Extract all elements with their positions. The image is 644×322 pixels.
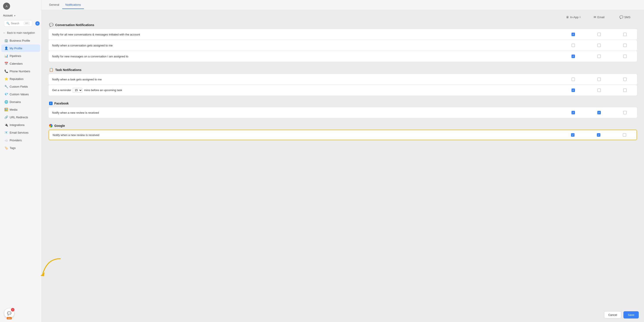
sidebar-item-label: Custom Fields [10,85,28,88]
checkboxes-conv-1 [566,33,634,36]
reputation-icon: ⭐ [4,77,8,80]
sms-cell-conv-1 [617,33,632,36]
sms-checkbox-task-2[interactable] [623,88,627,92]
email-cell-fb-1 [592,111,607,114]
sms-checkbox-conv-3[interactable] [623,54,627,58]
inapp-checkbox-conv-2[interactable] [572,44,575,47]
search-label: Search [11,22,19,25]
sidebar-item-integrations[interactable]: 🔌 Integrations [1,121,40,128]
back-navigation[interactable]: ← Back to main navigation [0,29,42,36]
sms-cell-conv-2 [617,44,632,47]
inapp-cell-fb-1 [566,111,581,114]
sms-checkbox-conv-2[interactable] [623,44,627,47]
providers-icon: ☁️ [4,138,8,142]
notif-row-task-2: Get a reminder 153060 mins before an upc… [49,85,637,96]
sidebar-item-pipelines[interactable]: 📊 Pipelines [1,52,40,60]
section-title-conversation: Conversation Notifications [55,23,94,27]
inapp-checkbox-google-1[interactable] [571,133,574,137]
add-button[interactable]: + [35,21,40,26]
sms-checkbox-fb-1[interactable] [623,111,627,114]
sidebar-item-url-redirects[interactable]: 🔗 URL Redirects [1,114,40,121]
sidebar-item-reputation[interactable]: ⭐ Reputation [1,75,40,82]
sidebar-item-media[interactable]: 🖼️ Media [1,106,40,113]
sidebar-item-label: Tags [10,146,16,150]
sms-cell-task-1 [617,78,632,81]
conversation-icon: 💬 [49,23,54,27]
inapp-checkbox-conv-1[interactable] [572,33,575,36]
inapp-checkbox-task-1[interactable] [572,78,575,81]
tags-icon: 🏷️ [4,146,8,150]
save-button[interactable]: Save [624,311,639,318]
sidebar-item-tags[interactable]: 🏷️ Tags [1,144,40,152]
email-checkbox-task-1[interactable] [597,78,601,81]
checkboxes-conv-2 [566,44,634,47]
integrations-icon: 🔌 [4,123,8,126]
notif-label-conv-1: Notify for all new conversations & messa… [52,33,566,36]
section-google: Google Notify when a new review is recei… [49,124,637,140]
email-cell-task-1 [592,78,607,81]
notif-label-task-1: Notify when a task gets assigned to me [52,78,566,81]
cancel-button[interactable]: Cancel [604,311,621,318]
email-checkbox-conv-2[interactable] [597,44,601,47]
sidebar-item-calendars[interactable]: 📅 Calendars [1,60,40,67]
sidebar-item-email-services[interactable]: 📧 Email Services [1,129,40,136]
inapp-cell-conv-3 [566,54,581,58]
chat-widget[interactable]: 💬 3 new [4,308,14,318]
sms-checkbox-google-1[interactable] [623,133,626,137]
sidebar-item-business-profile[interactable]: 🏢 Business Profile [1,37,40,44]
notif-row-fb-1: Notify when a new review is received [49,107,637,118]
checkboxes-task-2 [566,88,634,92]
email-checkbox-fb-1[interactable] [597,111,601,114]
notif-row-google-1: Notify when a new review is received [49,130,637,140]
notif-label-conv-3: Notify for new messages on a conversatio… [52,55,566,58]
sidebar-item-custom-values[interactable]: 💎 Custom Values [1,90,40,98]
section-header-task: 📋 Task Notifications [49,68,637,72]
sidebar-item-label: Providers [10,139,22,142]
back-arrow-icon: ← [3,31,6,34]
inapp-checkbox-fb-1[interactable] [572,111,575,114]
reminder-select[interactable]: 153060 [73,88,82,93]
notif-row-conv-2: Notify when a conversation gets assigned… [49,40,637,50]
sidebar-item-label: Email Services [10,131,28,134]
section-header-conversation: 💬 Conversation Notifications [49,23,637,27]
domains-icon: 🌐 [4,100,8,104]
sidebar-item-custom-fields[interactable]: 🔧 Custom Fields [1,83,40,90]
tab-notifications[interactable]: Notifications [62,1,84,9]
notif-label-google-1: Notify when a new review is received [52,134,565,137]
section-title-task: Task Notifications [55,68,82,72]
sms-checkbox-conv-1[interactable] [623,33,627,36]
tabs: GeneralNotifications [46,1,84,9]
media-icon: 🖼️ [4,108,8,111]
sms-label: SMS [624,16,630,19]
email-checkbox-conv-3[interactable] [597,54,601,58]
sidebar-item-phone-numbers[interactable]: 📞 Phone Numbers [1,68,40,75]
email-checkbox-conv-1[interactable] [597,33,601,36]
email-checkbox-task-2[interactable] [597,88,601,92]
sms-cell-google-1 [617,133,632,137]
inapp-cell-conv-1 [566,33,581,36]
notif-row-task-1: Notify when a task gets assigned to me [49,74,637,84]
sms-checkbox-task-1[interactable] [623,78,627,81]
notif-row-conv-1: Notify for all new conversations & messa… [49,29,637,40]
sidebar-item-label: My Profile [10,47,22,50]
account-name: Account [3,14,12,17]
facebook-icon: f [49,102,52,105]
sidebar-account[interactable]: Account ▾ [0,12,42,19]
inapp-checkbox-task-2[interactable] [572,88,575,92]
email-checkbox-google-1[interactable] [597,133,600,137]
tab-general[interactable]: General [46,1,62,9]
sidebar-item-providers[interactable]: ☁️ Providers [1,136,40,144]
inapp-cell-task-2 [566,88,581,92]
sidebar-item-domains[interactable]: 🌐 Domains [1,98,40,106]
sidebar: A Account ▾ 🔍 Search ⌘K + ← Back to main… [0,0,42,322]
inapp-checkbox-conv-3[interactable] [572,54,575,58]
checkboxes-fb-1 [566,111,634,114]
inapp-cell-conv-2 [566,44,581,47]
chat-icon: 💬 [7,311,12,316]
checkboxes-task-1 [566,78,634,81]
sidebar-item-my-profile[interactable]: 👤 My Profile [1,44,40,52]
search-input[interactable]: 🔍 Search ⌘K [4,20,32,26]
sidebar-item-label: Integrations [10,123,24,126]
sms-icon: 💬 [620,15,623,19]
email-cell-task-2 [592,88,607,92]
